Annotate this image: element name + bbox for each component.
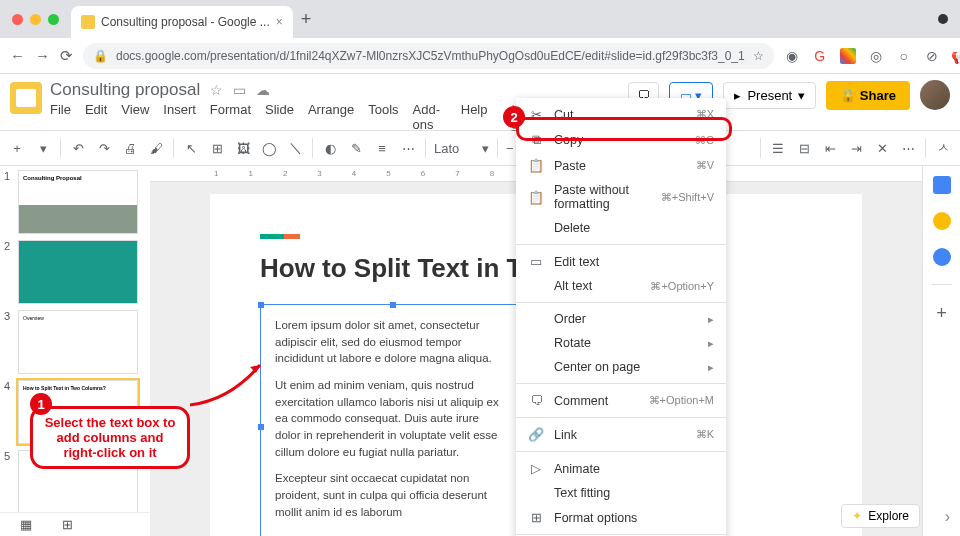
para[interactable]: Lorem ipsum dolor sit amet, consectetur … [275, 317, 505, 367]
menu-view[interactable]: View [121, 102, 149, 132]
chevron-down-icon[interactable]: ▾ [482, 141, 489, 156]
ctx-icon: ⊞ [528, 510, 544, 525]
paint-icon[interactable]: 🖌 [147, 141, 165, 156]
move-icon[interactable]: ▭ [233, 82, 246, 98]
menu-insert[interactable]: Insert [163, 102, 196, 132]
ext-icon[interactable]: G [812, 48, 828, 64]
ctx-label: Order [554, 312, 698, 326]
line-icon[interactable]: ＼ [286, 139, 304, 157]
slide-thumb-3[interactable]: Overview [18, 310, 138, 374]
annotation-marker-1: 1 [30, 393, 52, 415]
font-select[interactable]: Lato [434, 141, 474, 156]
clear-icon[interactable]: ✕ [873, 141, 891, 156]
ctx-cut[interactable]: ✂Cut⌘X [516, 102, 726, 127]
indent-icon[interactable]: ⇥ [847, 141, 865, 156]
image-icon[interactable]: 🖼 [234, 141, 252, 156]
fill-icon[interactable]: ◐ [321, 141, 339, 156]
browser-tab[interactable]: Consulting proposal - Google ... × [71, 6, 293, 38]
expand-icon[interactable]: › [945, 508, 950, 526]
avatar[interactable] [920, 80, 950, 110]
ctx-rotate[interactable]: Rotate▸ [516, 331, 726, 355]
keep-icon[interactable] [933, 212, 951, 230]
ext-icon[interactable]: 📢 [952, 48, 960, 64]
explore-button[interactable]: ✦Explore [841, 504, 920, 528]
undo-icon[interactable]: ↶ [69, 141, 87, 156]
grid-view-icon[interactable]: ▦ [20, 517, 32, 532]
menu-arrange[interactable]: Arrange [308, 102, 354, 132]
calendar-icon[interactable] [933, 176, 951, 194]
ctx-icon: 🗨 [528, 393, 544, 408]
star-icon[interactable]: ☆ [210, 82, 223, 98]
new-tab-button[interactable]: + [301, 9, 312, 30]
document-title[interactable]: Consulting proposal [50, 80, 200, 100]
ctx-text-fitting[interactable]: Text fitting [516, 481, 726, 505]
ctx-link[interactable]: 🔗Link⌘K [516, 422, 726, 447]
selected-textbox[interactable]: Lorem ipsum dolor sit amet, consectetur … [260, 304, 520, 536]
ctx-center-on-page[interactable]: Center on page▸ [516, 355, 726, 379]
star-icon[interactable]: ☆ [753, 49, 764, 63]
list-icon[interactable]: ☰ [769, 141, 787, 156]
shape-icon[interactable]: ◯ [260, 141, 278, 156]
menu-help[interactable]: Help [461, 102, 488, 132]
profile-icon[interactable] [938, 14, 948, 24]
ctx-paste[interactable]: 📋Paste⌘V [516, 153, 726, 178]
ctx-shortcut: ⌘K [696, 428, 714, 441]
forward-icon[interactable]: → [35, 47, 50, 64]
ext-icon[interactable]: ○ [896, 48, 912, 64]
border-icon[interactable]: ✎ [347, 141, 365, 156]
minimize-window[interactable] [30, 14, 41, 25]
slide-thumb-1[interactable]: Consulting Proposal [18, 170, 138, 234]
window-controls [0, 14, 71, 25]
ctx-order[interactable]: Order▸ [516, 307, 726, 331]
para[interactable]: Ut enim ad minim veniam, quis nostrud ex… [275, 377, 505, 460]
cursor-icon[interactable]: ↖ [182, 141, 200, 156]
menu-tools[interactable]: Tools [368, 102, 398, 132]
reload-icon[interactable]: ⟳ [60, 47, 73, 65]
ctx-edit-text[interactable]: ▭Edit text [516, 249, 726, 274]
font-dec[interactable]: − [506, 141, 514, 156]
chevron-down-icon[interactable]: ▾ [34, 141, 52, 156]
close-tab-icon[interactable]: × [276, 15, 283, 29]
ext-icon[interactable]: ⊘ [924, 48, 940, 64]
cloud-icon[interactable]: ☁ [256, 82, 270, 98]
ext-icon[interactable] [840, 48, 856, 64]
ctx-paste-without-formatting[interactable]: 📋Paste without formatting⌘+Shift+V [516, 178, 726, 216]
filmstrip-view-icon[interactable]: ⊞ [62, 517, 73, 532]
ctx-alt-text[interactable]: Alt text⌘+Option+Y [516, 274, 726, 298]
textbox-icon[interactable]: ⊞ [208, 141, 226, 156]
menu-file[interactable]: File [50, 102, 71, 132]
outdent-icon[interactable]: ⇤ [821, 141, 839, 156]
slides-logo[interactable] [10, 82, 42, 114]
print-icon[interactable]: 🖨 [121, 141, 139, 156]
ctx-format-options[interactable]: ⊞Format options [516, 505, 726, 530]
ext-icon[interactable]: ◉ [784, 48, 800, 64]
menu-format[interactable]: Format [210, 102, 251, 132]
dash-icon[interactable]: ⋯ [399, 141, 417, 156]
close-window[interactable] [12, 14, 23, 25]
menu-addons[interactable]: Add-ons [413, 102, 447, 132]
menu-slide[interactable]: Slide [265, 102, 294, 132]
menu-edit[interactable]: Edit [85, 102, 107, 132]
slide-thumb-2[interactable] [18, 240, 138, 304]
ctx-delete[interactable]: Delete [516, 216, 726, 240]
maximize-window[interactable] [48, 14, 59, 25]
add-icon[interactable]: + [936, 303, 947, 324]
ctx-animate[interactable]: ▷Animate [516, 456, 726, 481]
new-slide-button[interactable]: + [8, 141, 26, 156]
url-input[interactable]: 🔒 docs.google.com/presentation/d/1fnil24… [83, 43, 774, 69]
present-button[interactable]: ▸ Present ▾ [723, 82, 816, 109]
back-icon[interactable]: ← [10, 47, 25, 64]
ext-icon[interactable]: ◎ [868, 48, 884, 64]
ctx-copy[interactable]: ⧉Copy⌘C [516, 127, 726, 153]
share-button[interactable]: 🔒 Share [826, 81, 910, 110]
ctx-comment[interactable]: 🗨Comment⌘+Option+M [516, 388, 726, 413]
weight-icon[interactable]: ≡ [373, 141, 391, 156]
collapse-icon[interactable]: ㅅ [934, 139, 952, 157]
ctx-icon: 📋 [528, 158, 544, 173]
para[interactable]: Excepteur sint occaecat cupidatat non pr… [275, 470, 505, 520]
redo-icon[interactable]: ↷ [95, 141, 113, 156]
accent-bar [260, 234, 300, 239]
numlist-icon[interactable]: ⊟ [795, 141, 813, 156]
more-icon[interactable]: ⋯ [899, 141, 917, 156]
tasks-icon[interactable] [933, 248, 951, 266]
